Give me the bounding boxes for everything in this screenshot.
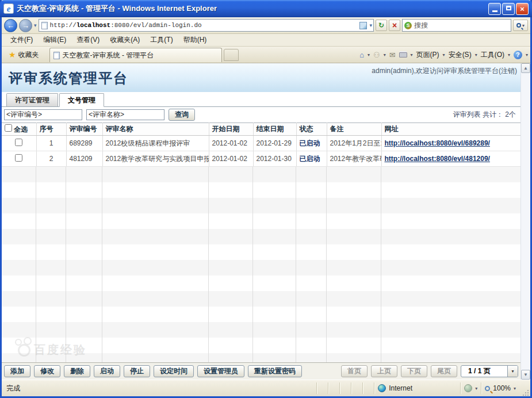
printer-icon[interactable] (399, 52, 407, 58)
stop-button[interactable]: × (389, 20, 400, 31)
row-checkbox[interactable] (15, 154, 22, 162)
review-name-input[interactable] (86, 109, 164, 120)
query-button[interactable]: 查询 (169, 109, 195, 121)
reset-password-button[interactable]: 重新设置密码 (248, 365, 302, 377)
star-icon: ★ (9, 50, 16, 59)
menu-view[interactable]: 查看(V) (71, 34, 105, 46)
page-menu-button[interactable]: 页面(P) (416, 50, 439, 60)
page-viewport: 评审系统管理平台 admin(admin),欢迎访问评审系统管理平台(注销) 许… (2, 63, 530, 380)
protected-mode-cell[interactable]: ▾ (460, 382, 481, 394)
menu-edit[interactable]: 编辑(E) (38, 34, 71, 46)
address-bar: ← → ▾ http://localhost:8080/evl/admin-lo… (2, 17, 530, 34)
stop-review-button[interactable]: 停止 (124, 365, 150, 377)
page-banner: 评审系统管理平台 admin(admin),欢迎访问评审系统管理平台(注销) (2, 63, 520, 92)
cell-seq: 1 (36, 136, 66, 151)
scroll-up-icon[interactable]: ▲ (521, 63, 530, 73)
browser-search-box[interactable]: S 搜搜 (402, 19, 511, 32)
first-page-button[interactable]: 首页 (341, 365, 368, 377)
table-header-row: 全选 序号 评审编号 评审名称 开始日期 结束日期 状态 备注 网址 (2, 123, 520, 136)
tab-document-number-management[interactable]: 文号管理 (59, 93, 104, 107)
cell-end: 2012-01-30 (253, 151, 296, 167)
home-icon[interactable]: ⌂ (359, 51, 364, 59)
cell-code: 689289 (66, 136, 102, 151)
last-page-button[interactable]: 尾页 (431, 365, 457, 377)
prev-page-button[interactable]: 上页 (371, 365, 397, 377)
action-button-bar: 添加 修改 删除 启动 停止 设定时间 设置管理员 重新设置密码 首页 上页 下… (2, 362, 520, 380)
forward-button[interactable]: → (19, 19, 32, 32)
scroll-down-icon[interactable]: ▼ (521, 370, 530, 380)
favorites-label: 收藏夹 (18, 50, 39, 60)
select-all-checkbox[interactable] (5, 124, 12, 132)
cell-end: 2012-01-29 (253, 136, 296, 151)
browser-tab-title: 天空教室-评审系统 - 管理平台 (63, 51, 154, 60)
page-tabs: 许可证管理 文号管理 (2, 92, 520, 107)
menu-tools[interactable]: 工具(T) (145, 34, 178, 46)
address-dropdown-icon[interactable]: ▾ (369, 22, 372, 28)
help-icon[interactable]: ? (514, 51, 522, 59)
window-title: 天空教室-评审系统 - 管理平台 - Windows Internet Expl… (17, 3, 488, 14)
search-engine-dropdown-icon[interactable]: ▾ (522, 23, 525, 28)
help-dropdown-icon[interactable]: ▾ (526, 52, 528, 58)
menu-favorites[interactable]: 收藏夹(A) (105, 34, 145, 46)
tools-menu-dropdown-icon[interactable]: ▾ (508, 52, 510, 58)
resize-grip[interactable] (522, 389, 529, 396)
cell-start: 2012-01-02 (209, 151, 253, 167)
list-summary: 评审列表 共计： 2个 (453, 110, 516, 120)
security-menu-dropdown-icon[interactable]: ▾ (475, 52, 477, 58)
protected-mode-icon (464, 384, 472, 392)
zoom-level: 100% (493, 384, 511, 392)
review-code-input[interactable] (4, 109, 82, 120)
modify-button[interactable]: 修改 (34, 365, 60, 377)
delete-button[interactable]: 删除 (64, 365, 90, 377)
tab-license-management[interactable]: 许可证管理 (6, 93, 58, 107)
page-scrollbar[interactable]: ▲ ▼ (520, 63, 530, 380)
zoom-magnifier-icon (485, 386, 490, 391)
mail-icon[interactable]: ✉ (389, 51, 396, 59)
home-dropdown-icon[interactable]: ▾ (368, 52, 370, 58)
status-badge: 已启动 (300, 139, 320, 147)
browser-search-text[interactable]: 搜搜 (414, 21, 509, 30)
search-go-button[interactable]: ▾ (513, 20, 528, 31)
minimize-button[interactable] (488, 3, 501, 15)
security-menu-button[interactable]: 安全(S) (449, 50, 472, 60)
review-url-link[interactable]: http://localhost:8080/evl/481209/ (385, 155, 490, 163)
compatibility-view-icon[interactable] (359, 22, 367, 29)
cell-remark: 2012年1月2日至: (327, 136, 381, 151)
tab-favicon-icon (53, 52, 60, 59)
cell-seq: 2 (36, 151, 66, 167)
protected-mode-dropdown-icon[interactable]: ▾ (475, 386, 477, 391)
address-field[interactable]: http://localhost:8080/evl/admin-login.do… (39, 19, 374, 32)
page-menu-dropdown-icon[interactable]: ▾ (443, 52, 445, 58)
favorites-bar: ★ 收藏夹 天空教室-评审系统 - 管理平台 ⌂▾ ⚇▾ ✉ ▾ 页面(P)▾ … (2, 47, 530, 63)
header-select-all: 全选 (2, 123, 36, 136)
page-selector[interactable]: 1 / 1 页 ▾ (461, 365, 518, 377)
add-button[interactable]: 添加 (4, 365, 30, 377)
zoom-dropdown-icon[interactable]: ▾ (514, 386, 516, 391)
menu-help[interactable]: 帮助(H) (178, 34, 212, 46)
print-dropdown-icon[interactable]: ▾ (411, 52, 413, 58)
favorites-button[interactable]: ★ 收藏夹 (4, 48, 44, 62)
set-admin-button[interactable]: 设置管理员 (197, 365, 244, 377)
user-info[interactable]: admin(admin),欢迎访问评审系统管理平台(注销) (372, 66, 517, 76)
refresh-button[interactable]: ↻ (376, 20, 387, 31)
set-time-button[interactable]: 设定时间 (154, 365, 194, 377)
browser-tab[interactable]: 天空教室-评审系统 - 管理平台 (49, 48, 222, 62)
cell-remark: 2012年教学改革研 (327, 151, 381, 167)
url-text[interactable]: http://localhost:8080/evl/admin-login.do (50, 22, 358, 29)
page-select-dropdown-icon[interactable]: ▾ (507, 366, 518, 377)
next-page-button[interactable]: 下页 (401, 365, 427, 377)
header-code: 评审编号 (66, 123, 102, 136)
start-button[interactable]: 启动 (94, 365, 120, 377)
back-button[interactable]: ← (4, 19, 17, 32)
browser-window: e 天空教室-评审系统 - 管理平台 - Windows Internet Ex… (0, 0, 532, 398)
close-button[interactable]: × (516, 3, 529, 15)
table-row: 2 481209 2012教学改革研究与实践项目申报 2012-01-02 20… (2, 151, 520, 167)
restore-button[interactable] (502, 3, 515, 15)
new-tab-button[interactable] (224, 49, 239, 61)
menu-file[interactable]: 文件(F) (5, 34, 38, 46)
row-checkbox[interactable] (15, 139, 22, 146)
review-url-link[interactable]: http://localhost:8080/evl/689289/ (385, 139, 490, 147)
zoom-cell[interactable]: 100% ▾ (481, 382, 519, 394)
tools-menu-button[interactable]: 工具(O) (481, 50, 504, 60)
history-dropdown-icon[interactable]: ▾ (34, 22, 37, 28)
